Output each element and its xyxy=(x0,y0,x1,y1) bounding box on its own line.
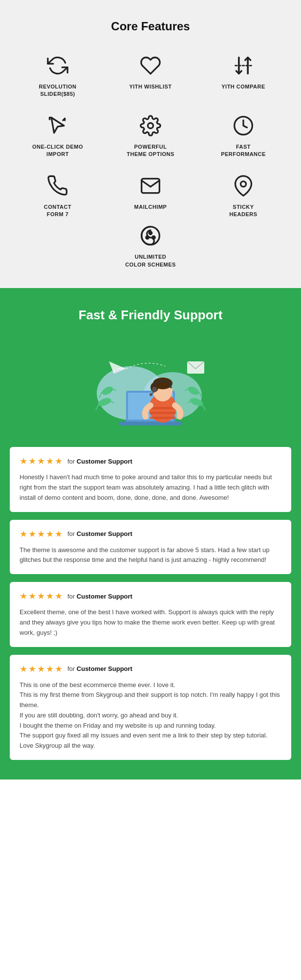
stars: ★★★★★ xyxy=(20,591,64,601)
feature-fast-performance: FASTPERFORMANCE xyxy=(199,113,287,158)
review-card-2: ★★★★★ for Customer Support The theme is … xyxy=(10,520,291,575)
review-subject: Customer Support xyxy=(77,458,132,465)
feature-sticky-headers: STICKYHEADERS xyxy=(199,173,287,219)
feature-revolution-slider: REVOLUTIONSLIDER($85) xyxy=(14,53,102,98)
review-header: ★★★★★ for Customer Support xyxy=(20,529,281,539)
svg-point-7 xyxy=(148,123,153,128)
review-for: for Customer Support xyxy=(67,665,132,672)
feature-yith-compare: YITH COMPARE xyxy=(199,53,287,98)
features-grid: REVOLUTIONSLIDER($85) YITH WISHLIST YITH… xyxy=(14,53,287,218)
settings-icon xyxy=(138,113,163,138)
feature-label: YITH WISHLIST xyxy=(129,83,172,90)
core-features-title: Core Features xyxy=(10,20,291,33)
feature-label: UNLIMITEDCOLOR SCHEMES xyxy=(125,253,176,268)
feature-label: ONE-CLICK DEMOIMPORT xyxy=(32,143,83,158)
feature-contact-form-7: CONTACTFORM 7 xyxy=(14,173,102,219)
svg-point-27 xyxy=(152,387,157,392)
reviews-list: ★★★★★ for Customer Support Honestly I ha… xyxy=(10,447,291,760)
review-text: Honestly I haven't had much time to poke… xyxy=(20,472,281,503)
feature-unlimited-colors: UNLIMITEDCOLOR SCHEMES xyxy=(125,223,176,268)
review-card-4: ★★★★★ for Customer Support This is one o… xyxy=(10,655,291,760)
pin-icon xyxy=(231,173,256,199)
feature-label: FASTPERFORMANCE xyxy=(221,143,266,158)
review-card-1: ★★★★★ for Customer Support Honestly I ha… xyxy=(10,447,291,512)
feature-mailchimp: MAILCHIMP xyxy=(107,173,194,219)
feature-yith-wishlist: YITH WISHLIST xyxy=(107,53,194,98)
compare-icon xyxy=(231,53,256,78)
svg-point-10 xyxy=(241,181,246,186)
svg-point-14 xyxy=(149,232,152,235)
mail-icon xyxy=(138,173,163,199)
svg-rect-23 xyxy=(150,417,176,419)
cursor-icon xyxy=(45,113,70,138)
stars: ★★★★★ xyxy=(20,664,64,674)
support-section: Fast & Friendly Support xyxy=(0,288,301,780)
refresh-icon xyxy=(45,53,70,78)
feature-label: STICKYHEADERS xyxy=(229,203,257,219)
stars: ★★★★★ xyxy=(20,529,64,539)
feature-label: REVOLUTIONSLIDER($85) xyxy=(39,83,76,98)
feature-label: POWERFULTHEME OPTIONS xyxy=(127,143,174,158)
review-text: Excellent theme, one of the best I have … xyxy=(20,607,281,638)
stars: ★★★★★ xyxy=(20,456,64,467)
clock-icon xyxy=(231,113,256,138)
review-header: ★★★★★ for Customer Support xyxy=(20,456,281,467)
review-text: The theme is awesome and the customer su… xyxy=(20,545,281,566)
phone-icon xyxy=(45,173,70,199)
support-illustration xyxy=(82,334,219,432)
review-subject: Customer Support xyxy=(77,593,132,600)
feature-label: YITH COMPARE xyxy=(221,83,265,90)
svg-rect-22 xyxy=(150,412,176,414)
review-for: for Customer Support xyxy=(67,593,132,600)
palette-icon xyxy=(138,223,163,248)
feature-powerful-theme: POWERFULTHEME OPTIONS xyxy=(107,113,194,158)
review-header: ★★★★★ for Customer Support xyxy=(20,664,281,674)
review-for: for Customer Support xyxy=(67,458,132,465)
review-card-3: ★★★★★ for Customer Support Excellent the… xyxy=(10,582,291,646)
heart-icon xyxy=(138,53,163,78)
support-title: Fast & Friendly Support xyxy=(10,308,291,323)
feature-label: CONTACTFORM 7 xyxy=(44,203,71,219)
review-text: This is one of the best ecommerce theme … xyxy=(20,680,281,752)
svg-point-28 xyxy=(150,393,152,396)
review-header: ★★★★★ for Customer Support xyxy=(20,591,281,601)
review-subject: Customer Support xyxy=(77,530,132,537)
svg-rect-21 xyxy=(150,407,176,409)
feature-one-click-demo: ONE-CLICK DEMOIMPORT xyxy=(14,113,102,158)
feature-label: MAILCHIMP xyxy=(134,203,167,211)
review-subject: Customer Support xyxy=(77,665,132,672)
svg-rect-19 xyxy=(119,422,182,425)
core-features-section: Core Features REVOLUTIONSLIDER($85) YITH… xyxy=(0,0,301,288)
review-for: for Customer Support xyxy=(67,530,132,537)
